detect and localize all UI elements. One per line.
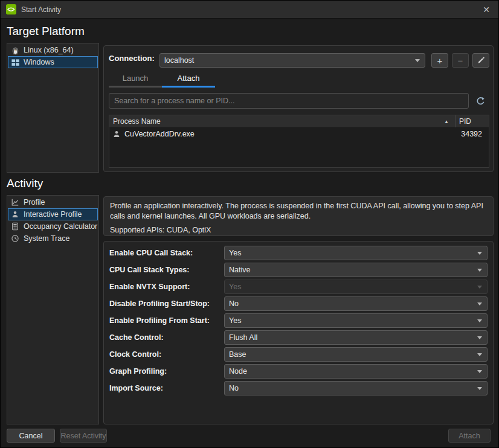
option-value: Node [229,367,247,376]
platform-item-windows[interactable]: Windows [8,56,98,68]
platform-item-linux[interactable]: Linux (x86_64) [8,44,98,56]
import-source-dropdown[interactable]: No [224,381,488,395]
option-value: Native [229,266,250,274]
col-process-name-label: Process Name [113,117,161,126]
option-label: Enable CPU Call Stack: [109,249,224,257]
process-name: CuVectorAddDrv.exe [124,130,451,138]
platform-item-label: Linux (x86_64) [24,46,74,54]
pencil-icon [477,56,485,65]
clock-control-dropdown[interactable]: Base [224,347,488,362]
option-label: Graph Profiling: [109,367,224,376]
option-label: CPU Call Stack Types: [109,266,224,274]
graph-profiling-dropdown[interactable]: Node [224,364,488,379]
option-row: Enable CPU Call Stack: Yes [109,246,488,260]
option-value: No [229,299,239,308]
titlebar: Start Activity ✕ [1,1,498,19]
cancel-button[interactable]: Cancel [7,429,55,443]
activity-item-profile[interactable]: Profile [8,196,98,208]
activity-heading: Activity [7,177,43,190]
refresh-button[interactable] [471,93,489,109]
add-connection-button[interactable]: + [431,53,448,68]
process-table: Process Name ▲ PID CuVectorAddDrv.exe 34… [109,115,489,168]
cpu-call-stack-types-dropdown[interactable]: Native [224,263,488,277]
connection-label: Connection: [109,54,155,63]
option-label: Disable Profiling Start/Stop: [109,299,224,308]
option-label: Import Source: [109,384,224,392]
refresh-icon [475,96,486,106]
option-row: Enable NVTX Support: Yes [109,280,488,294]
edit-connection-button[interactable] [472,53,489,68]
platform-item-label: Windows [24,58,54,66]
process-row[interactable]: CuVectorAddDrv.exe 34392 [109,128,489,140]
process-pid: 34392 [454,130,486,138]
clock-icon [11,234,20,243]
process-table-body: CuVectorAddDrv.exe 34392 [109,128,489,167]
connection-panel: Connection: localhost + − Launch Attach [103,45,494,172]
option-value: Yes [229,316,241,325]
activity-description: Profile an application interactively. Th… [110,201,487,221]
launch-attach-tabs: Launch Attach [109,71,215,88]
activity-item-system-trace[interactable]: System Trace [8,232,98,245]
profile-icon [11,198,20,207]
option-label: Enable NVTX Support: [109,283,224,291]
tab-launch[interactable]: Launch [109,71,162,88]
option-label: Clock Control: [109,350,224,359]
option-row: Clock Control: Base [109,347,488,362]
process-icon [112,130,121,139]
activity-item-label: Occupancy Calculator [24,222,97,231]
option-value: No [229,384,239,392]
option-value: Base [229,350,246,359]
option-label: Cache Control: [109,333,224,342]
activity-supported-apis: Supported APIs: CUDA, OptiX [110,225,487,235]
activity-description-panel: Profile an application interactively. Th… [103,196,494,236]
window-title: Start Activity [21,5,61,14]
activity-item-occupancy-calculator[interactable]: Occupancy Calculator [8,220,98,232]
remove-connection-button[interactable]: − [452,53,469,68]
col-process-name[interactable]: Process Name ▲ [109,115,455,127]
attach-button[interactable]: Attach [448,429,491,443]
enable-profiling-from-start-dropdown[interactable]: Yes [224,313,488,328]
option-row: Enable Profiling From Start: Yes [109,313,488,328]
enable-nvtx-support-dropdown: Yes [224,280,488,294]
activity-item-label: Profile [24,198,45,206]
nvidia-logo-icon [6,4,16,14]
sort-asc-icon: ▲ [444,119,451,124]
option-value: Yes [229,283,241,291]
linux-icon [11,46,20,55]
activity-item-interactive-profile[interactable]: Interactive Profile [8,208,98,220]
connection-dropdown[interactable]: localhost [159,53,425,68]
tab-attach[interactable]: Attach [162,71,215,88]
option-row: Import Source: No [109,381,488,395]
tab-attach-label: Attach [178,74,200,83]
activity-item-label: System Trace [24,234,69,243]
cache-control-dropdown[interactable]: Flush All [224,330,488,345]
start-activity-dialog: Start Activity ✕ Target Platform Linux (… [0,0,499,448]
reset-activity-button[interactable]: Reset Activity [60,429,107,443]
option-value: Flush All [229,333,257,342]
target-platform-heading: Target Platform [7,25,85,38]
platform-list: Linux (x86_64) Windows [7,43,99,173]
activity-options-panel: Enable CPU Call Stack: Yes CPU Call Stac… [103,241,494,424]
close-icon[interactable]: ✕ [480,3,493,16]
option-row: CPU Call Stack Types: Native [109,263,488,277]
process-search-input[interactable] [109,93,469,109]
disable-profiling-start-stop-dropdown[interactable]: No [224,296,488,311]
connection-value: localhost [164,56,194,65]
enable-cpu-call-stack-dropdown[interactable]: Yes [224,246,488,260]
interactive-profile-icon [11,210,20,219]
activity-list: Profile Interactive Profile Occupancy [7,195,99,424]
plus-icon: + [437,56,443,66]
option-row: Graph Profiling: Node [109,364,488,379]
process-table-header: Process Name ▲ PID [109,115,489,128]
tab-launch-label: Launch [123,74,149,83]
option-row: Disable Profiling Start/Stop: No [109,296,488,311]
option-label: Enable Profiling From Start: [109,316,224,325]
option-value: Yes [229,249,241,257]
windows-icon [11,58,20,67]
activity-item-label: Interactive Profile [24,210,82,219]
option-row: Cache Control: Flush All [109,330,488,345]
minus-icon: − [458,56,463,66]
col-pid[interactable]: PID [455,115,489,127]
calculator-icon [11,222,20,231]
